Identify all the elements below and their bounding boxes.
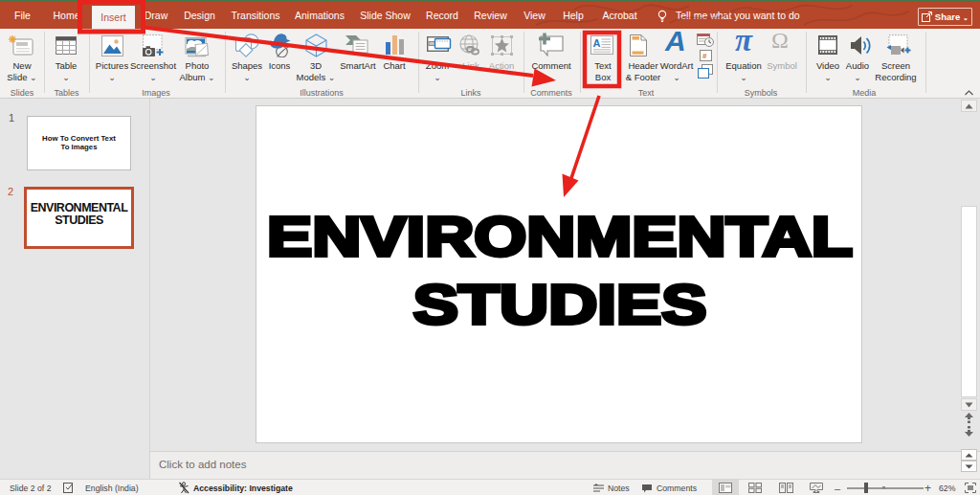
- svg-text:A: A: [593, 37, 601, 49]
- svg-text:#: #: [702, 52, 707, 60]
